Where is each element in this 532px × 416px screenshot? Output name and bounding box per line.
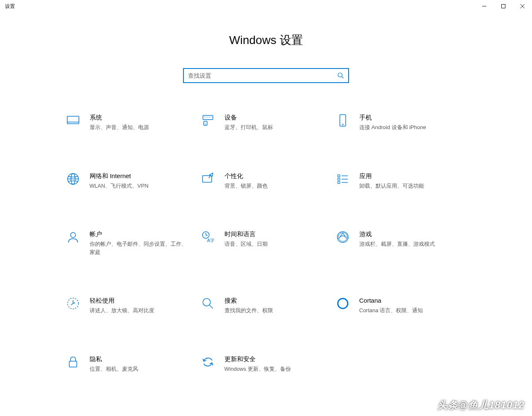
svg-point-17 [342, 124, 343, 125]
svg-rect-16 [340, 115, 346, 126]
category-desc: Windows 更新、恢复、备份 [225, 365, 324, 373]
category-privacy[interactable]: 隐私 位置、相机、麦克风 [64, 353, 199, 375]
svg-point-39 [338, 299, 348, 308]
svg-line-22 [209, 176, 210, 178]
svg-point-12 [206, 117, 207, 117]
category-desc: 背景、锁屏、颜色 [225, 182, 324, 190]
search-category-icon [200, 296, 215, 311]
category-title: 更新和安全 [225, 355, 324, 363]
watermark: 头条@鱼儿181012 [437, 399, 525, 412]
window-title: 设置 [5, 3, 15, 10]
category-devices[interactable]: 设备 蓝牙、打印机、鼠标 [199, 111, 334, 133]
category-title: 手机 [359, 113, 459, 122]
svg-line-38 [210, 305, 213, 308]
category-desc: WLAN、飞行模式、VPN [90, 182, 189, 190]
category-ease-of-access[interactable]: 轻松使用 讲述人、放大镜、高对比度 [64, 294, 199, 316]
svg-rect-40 [69, 361, 77, 367]
apps-icon [335, 171, 350, 186]
svg-point-4 [338, 73, 342, 77]
category-title: 搜索 [225, 296, 324, 305]
category-title: 个性化 [225, 171, 324, 180]
close-button[interactable] [513, 0, 532, 12]
maximize-button[interactable] [494, 0, 513, 12]
category-title: 网络和 Internet [90, 171, 189, 180]
search-box[interactable] [183, 68, 349, 83]
category-desc: 查找我的文件、权限 [225, 306, 324, 315]
category-title: 帐户 [90, 230, 189, 238]
svg-point-10 [205, 124, 206, 125]
accounts-icon [66, 230, 81, 245]
privacy-icon [66, 355, 81, 370]
category-desc: 讲述人、放大镜、高对比度 [90, 306, 189, 315]
category-title: Cortana [359, 296, 459, 305]
svg-rect-21 [203, 176, 212, 182]
categories-grid: 系统 显示、声音、通知、电源 设备 蓝牙、打印机、鼠标 手机 连接 Androi… [64, 111, 469, 374]
gaming-icon [335, 230, 350, 245]
category-update-security[interactable]: 更新和安全 Windows 更新、恢复、备份 [199, 353, 334, 375]
category-title: 轻松使用 [90, 296, 189, 305]
svg-point-29 [71, 232, 76, 237]
cortana-icon [335, 296, 350, 311]
svg-rect-24 [338, 178, 340, 180]
svg-rect-8 [203, 115, 213, 120]
svg-rect-25 [338, 181, 340, 184]
main-content: Windows 设置 系统 显示、声音、通知、电源 设备 蓝牙、打印机、鼠标 [0, 12, 532, 374]
category-desc: 蓝牙、打印机、鼠标 [225, 123, 324, 132]
category-title: 游戏 [359, 230, 459, 238]
category-title: 设备 [225, 113, 324, 122]
svg-point-37 [203, 299, 210, 306]
category-desc: 连接 Android 设备和 iPhone [359, 123, 459, 132]
minimize-button[interactable] [475, 0, 494, 12]
category-phone[interactable]: 手机 连接 Android 设备和 iPhone [334, 111, 469, 133]
category-system[interactable]: 系统 显示、声音、通知、电源 [64, 111, 199, 133]
category-cortana[interactable]: Cortana Cortana 语言、权限、通知 [334, 294, 469, 316]
svg-rect-6 [67, 116, 79, 124]
search-icon [337, 72, 344, 79]
category-title: 系统 [90, 113, 189, 122]
svg-line-5 [342, 77, 344, 78]
category-gaming[interactable]: 游戏 游戏栏、截屏、直播、游戏模式 [334, 228, 469, 258]
update-security-icon [200, 355, 215, 370]
category-desc: Cortana 语言、权限、通知 [359, 306, 459, 315]
svg-point-14 [209, 117, 210, 117]
time-language-icon: A字 [200, 230, 215, 245]
category-desc: 显示、声音、通知、电源 [90, 123, 189, 132]
category-desc: 语音、区域、日期 [225, 240, 324, 248]
svg-rect-1 [502, 5, 505, 8]
window-controls [475, 0, 532, 12]
category-apps[interactable]: 应用 卸载、默认应用、可选功能 [334, 170, 469, 192]
svg-point-11 [204, 117, 205, 117]
category-title: 隐私 [90, 355, 189, 363]
network-icon [66, 171, 81, 186]
category-network[interactable]: 网络和 Internet WLAN、飞行模式、VPN [64, 170, 199, 192]
devices-icon [200, 113, 215, 128]
svg-text:A字: A字 [207, 238, 215, 243]
category-title: 应用 [359, 171, 459, 180]
titlebar: 设置 [0, 0, 532, 12]
category-search[interactable]: 搜索 查找我的文件、权限 [199, 294, 334, 316]
svg-rect-23 [338, 175, 340, 177]
category-desc: 位置、相机、麦克风 [90, 365, 189, 373]
personalization-icon [200, 171, 215, 186]
page-title: Windows 设置 [229, 32, 303, 48]
system-icon [66, 113, 81, 128]
phone-icon [335, 113, 350, 128]
category-time-language[interactable]: A字 时间和语言 语音、区域、日期 [199, 228, 334, 258]
category-desc: 游戏栏、截屏、直播、游戏模式 [359, 240, 459, 248]
category-accounts[interactable]: 帐户 你的帐户、电子邮件、同步设置、工作、家庭 [64, 228, 199, 258]
svg-point-15 [211, 117, 212, 117]
svg-rect-9 [204, 121, 207, 125]
category-personalization[interactable]: 个性化 背景、锁屏、颜色 [199, 170, 334, 192]
search-input[interactable] [188, 72, 337, 79]
category-desc: 卸载、默认应用、可选功能 [359, 182, 459, 190]
ease-of-access-icon [66, 296, 81, 311]
category-title: 时间和语言 [225, 230, 324, 238]
category-desc: 你的帐户、电子邮件、同步设置、工作、家庭 [90, 240, 189, 256]
svg-line-32 [206, 235, 207, 236]
svg-point-13 [207, 117, 208, 117]
